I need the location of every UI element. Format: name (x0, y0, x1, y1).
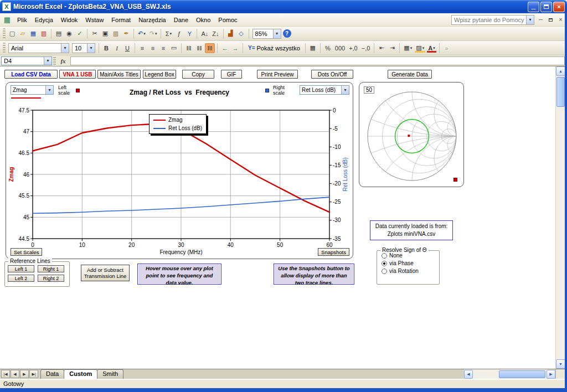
sheet-tab-smith[interactable]: Smith (97, 369, 123, 379)
add-subtract-transmission-line-button[interactable]: Add or Subtract Transmission Line (81, 265, 130, 281)
cut-icon[interactable]: ✂ (90, 29, 100, 39)
help-icon[interactable]: ? (283, 29, 291, 38)
increase-indent-icon[interactable]: ⇥ (387, 43, 397, 53)
left-2-button[interactable]: Left 2 (8, 275, 34, 282)
menu-item-plik[interactable]: Plik (13, 15, 31, 25)
name-box[interactable]: D4 ▾ (1, 56, 52, 65)
tab-nav-button-2[interactable]: ▶ (20, 370, 29, 378)
left-trace-dropdown[interactable]: Zmag ▾ (11, 85, 54, 95)
bold-icon[interactable]: B (101, 43, 111, 53)
percent-style-icon[interactable]: % (323, 43, 333, 53)
tab-nav-button-3[interactable]: ▶| (29, 370, 38, 378)
scroll-up-button[interactable]: ▲ (556, 66, 565, 76)
sheet-tab-data[interactable]: Data (40, 369, 64, 379)
menu-item-dane[interactable]: Dane (170, 15, 192, 25)
tab-nav-button-0[interactable]: |◀ (1, 370, 10, 378)
font-name-combo[interactable]: Arial▾ (8, 43, 69, 53)
filter-icon[interactable]: Y (184, 29, 194, 39)
scroll-down-button[interactable]: ▼ (556, 359, 565, 369)
gif-button[interactable]: GIF (221, 70, 242, 79)
chevron-down-icon[interactable]: ▾ (45, 86, 53, 94)
align-right-icon[interactable]: ≡ (158, 43, 168, 53)
scroll-left-button[interactable]: ◀ (464, 370, 473, 379)
scroll-right-button[interactable]: ▶ (547, 370, 555, 379)
sheet-tab-custom[interactable]: Custom (64, 369, 97, 379)
print-preview-button[interactable]: Print Preview (257, 70, 298, 79)
chevron-down-icon[interactable]: ▾ (526, 16, 534, 24)
font-color-icon[interactable]: A▾ (426, 43, 436, 53)
menu-item-widok[interactable]: Widok (57, 15, 82, 25)
legend-box-button[interactable]: Legend Box (143, 70, 176, 79)
show-all-button[interactable]: Y=Pokaż wszystko (245, 43, 303, 53)
menu-item-okno[interactable]: Okno (192, 15, 214, 25)
right-1-button[interactable]: Right 1 (38, 265, 64, 272)
stripe-tool-2-icon[interactable]: ‖‖ (194, 43, 204, 53)
set-scales-button[interactable]: Set Scales (11, 248, 42, 256)
menu-item-wstaw[interactable]: Wstaw (81, 15, 107, 25)
open-folder-icon[interactable]: ▱ (18, 29, 28, 39)
new-file-icon[interactable]: ▢ (7, 29, 17, 39)
print-icon[interactable]: ▤ (54, 29, 64, 39)
format-painter-icon[interactable]: ✒ (121, 29, 131, 39)
help-question-input[interactable]: Wpisz pytanie do Pomocy ▾ (451, 15, 534, 25)
left-scale-color-chip[interactable] (76, 89, 80, 92)
nav-back-icon[interactable]: ← (220, 43, 230, 53)
workbook-close-button[interactable]: × (556, 16, 565, 24)
right-trace-dropdown[interactable]: Ret Loss (dB) ▾ (300, 85, 349, 95)
resolve-option-via-phase[interactable]: via Phase (382, 260, 439, 266)
vertical-scroll-thumb[interactable] (556, 77, 565, 107)
merge-center-icon[interactable]: ▭ (169, 43, 179, 53)
menu-item-format[interactable]: Format (107, 15, 135, 25)
formula-input[interactable] (70, 56, 565, 65)
workbook-restore-button[interactable] (547, 16, 555, 24)
right-2-button[interactable]: Right 2 (38, 275, 64, 282)
sort-ascending-icon[interactable]: A↓ (199, 29, 210, 39)
save-icon[interactable]: ▦ (28, 29, 38, 39)
menu-item-narz-dzia[interactable]: Narzędzia (135, 15, 170, 25)
close-button[interactable]: × (553, 2, 565, 12)
resolve-option-none[interactable]: None (382, 252, 439, 259)
vna-usb-button[interactable]: VNA 1 USB (59, 70, 96, 79)
workbook-minimize-button[interactable]: ─ (537, 16, 545, 24)
spelling-icon[interactable]: ✓ (75, 29, 85, 39)
chevron-down-icon[interactable]: ▾ (170, 32, 172, 36)
chevron-down-icon[interactable]: ▾ (341, 86, 349, 94)
underline-icon[interactable]: U (122, 43, 132, 53)
menu-item-pomoc[interactable]: Pomoc (214, 15, 241, 25)
smith-corner-marker[interactable] (453, 178, 457, 182)
left-1-button[interactable]: Left 1 (8, 265, 34, 272)
permission-icon[interactable]: ▥ (39, 29, 49, 39)
resolve-option-via-rotation[interactable]: via Rotation (382, 268, 439, 274)
horizontal-scroll-track[interactable] (473, 370, 547, 379)
fill-color-icon[interactable]: ▨▾ (414, 43, 426, 53)
toolbar-grip[interactable] (3, 28, 6, 39)
load-csv-data-button[interactable]: Load CSV Data (4, 70, 58, 79)
chevron-down-icon[interactable]: ▾ (410, 46, 413, 50)
font-size-combo[interactable]: 10▾ (72, 43, 95, 53)
vertical-scrollbar[interactable]: ▲ ▼ (555, 66, 565, 369)
italic-icon[interactable]: I (112, 43, 122, 53)
tab-nav-button-1[interactable]: ◀ (11, 370, 19, 378)
radio-icon[interactable] (382, 261, 387, 266)
radio-icon[interactable] (382, 253, 387, 259)
drawing-icon[interactable]: ◇ (236, 29, 246, 39)
barcode-tool-icon[interactable]: ‖‖ (205, 43, 215, 53)
redo-icon[interactable]: ↷▾ (148, 29, 159, 39)
snapshots-button[interactable]: Snapshots (318, 248, 349, 256)
increase-decimal-icon[interactable]: +,0 (347, 43, 359, 53)
align-center-icon[interactable]: ≡ (148, 43, 158, 53)
decrease-indent-icon[interactable]: ⇤ (377, 43, 386, 53)
insert-function-icon[interactable]: ƒ (174, 29, 184, 39)
paste-icon[interactable]: ▥ (111, 29, 121, 39)
restore-button[interactable] (540, 2, 552, 12)
impedance-marker[interactable] (408, 135, 410, 137)
align-left-icon[interactable]: ≡ (137, 43, 147, 53)
select-grid-icon[interactable]: ▦ (308, 43, 318, 53)
chevron-down-icon[interactable]: ▾ (422, 46, 425, 50)
print-preview-icon[interactable]: ◉ (64, 29, 74, 39)
stripe-tool-1-icon[interactable]: ‖‖ (184, 43, 194, 53)
right-scale-color-chip[interactable] (265, 89, 269, 92)
radio-icon[interactable] (382, 269, 387, 274)
nav-forward-icon[interactable]: → (230, 43, 240, 53)
generate-data-button[interactable]: Generate Data (388, 70, 432, 79)
